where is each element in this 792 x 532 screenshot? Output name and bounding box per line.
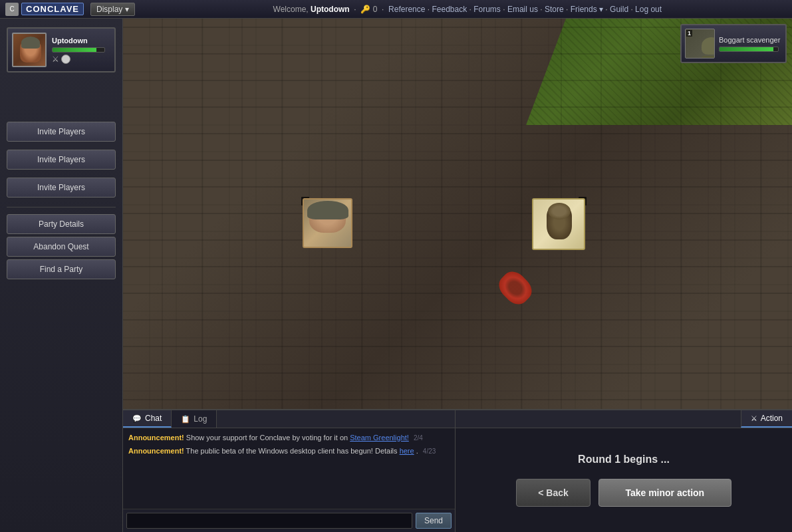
nav-forums[interactable]: Forums: [473, 5, 501, 14]
creature-torso: [701, 56, 715, 59]
action-tab-label: Action: [761, 414, 783, 423]
chat-message-2: Announcement! The public beta of the Win…: [128, 446, 450, 457]
nav-email[interactable]: Email us: [507, 5, 538, 14]
back-button[interactable]: < Back: [516, 479, 591, 507]
invite-section-3: Invite Players: [7, 178, 116, 200]
round-text: Round 1 begins ...: [578, 454, 670, 466]
action-content: Round 1 begins ... < Back Take minor act…: [456, 428, 792, 532]
chat-tab[interactable]: 💬 Chat: [123, 410, 172, 428]
sidebar: Uptodown ⚔ Invite Players Invite Players…: [0, 19, 123, 532]
invite-players-button-3[interactable]: Invite Players: [7, 178, 116, 198]
action-area: ⚔ Action Round 1 begins ... < Back Take …: [456, 410, 792, 532]
chat-tab-label: Chat: [145, 414, 162, 423]
chat-tabs: 💬 Chat 📋 Log: [123, 410, 455, 428]
player-hp-bar: [52, 47, 105, 53]
enemy-sprite-image: [532, 198, 585, 250]
announcement-label-1: Announcement!: [128, 434, 184, 442]
announcement-label-2: Announcement!: [128, 447, 184, 455]
send-button[interactable]: Send: [416, 513, 452, 529]
action-tab-icon: ⚔: [751, 414, 757, 423]
nav-friends[interactable]: Friends ▾: [571, 5, 603, 14]
timestamp-1: 2/4: [414, 434, 423, 442]
party-details-button[interactable]: Party Details: [7, 214, 116, 234]
nav-guild[interactable]: Guild: [610, 5, 628, 14]
display-button[interactable]: Display ▾: [90, 3, 135, 16]
game-map[interactable]: 1 Boggart scavenger 1 1: [123, 19, 792, 532]
player-hp-fill: [53, 48, 96, 52]
player-name: Uptodown: [52, 37, 110, 45]
logo-text: CONCLAVE: [21, 3, 84, 15]
player-sprite-image: [303, 198, 352, 248]
currency-amount: 0: [373, 5, 378, 14]
steam-link[interactable]: Steam Greenlight!: [350, 434, 409, 442]
log-tab-icon: 📋: [181, 415, 190, 424]
chat-input-row: Send: [123, 509, 455, 532]
player-sprite[interactable]: 1: [303, 198, 352, 251]
log-tab[interactable]: 📋 Log: [172, 410, 217, 428]
action-buttons: < Back Take minor action: [516, 479, 731, 507]
player-avatar: [12, 33, 47, 67]
sidebar-divider: [7, 207, 116, 207]
announcement-text-1: Show your support for Conclave by voting…: [186, 434, 350, 442]
logo: C CONCLAVE: [5, 3, 84, 16]
chat-messages: Announcement! Show your support for Conc…: [123, 428, 455, 509]
party-section: Party Details Abandon Quest Find a Party: [7, 214, 116, 282]
chat-area: 💬 Chat 📋 Log Announcement! Show your sup…: [123, 410, 456, 532]
dead-creature: [499, 275, 532, 301]
enemy-hp-fill: [720, 47, 773, 51]
details-link[interactable]: here: [400, 447, 414, 455]
nav-store[interactable]: Store: [545, 5, 564, 14]
moon-icon: [61, 55, 70, 64]
player-info: Uptodown ⚔: [52, 37, 110, 64]
invite-players-button-1[interactable]: Invite Players: [7, 122, 116, 142]
action-tab[interactable]: ⚔ Action: [741, 410, 792, 428]
invite-section-2: Invite Players: [7, 150, 116, 172]
action-tab-bar: ⚔ Action: [456, 410, 792, 428]
enemy-hp-bar: [719, 47, 779, 52]
enemy-info: Boggart scavenger: [719, 36, 782, 52]
enemy-name: Boggart scavenger: [719, 36, 782, 44]
username-label: Uptodown: [311, 5, 350, 14]
chat-tab-icon: 💬: [132, 414, 142, 423]
welcome-text: Welcome, Uptodown · 🔑 0 · Reference · Fe…: [148, 5, 787, 14]
sword-icon: ⚔: [52, 55, 59, 64]
creature-body: [698, 37, 715, 59]
creature-head: [702, 37, 715, 55]
find-party-button[interactable]: Find a Party: [7, 259, 116, 279]
enemy-avatar: 1: [685, 29, 715, 59]
take-minor-action-button[interactable]: Take minor action: [598, 479, 731, 507]
currency-icon: 🔑: [360, 5, 370, 14]
main-layout: Uptodown ⚔ Invite Players Invite Players…: [0, 19, 792, 532]
abandon-quest-button[interactable]: Abandon Quest: [7, 237, 116, 257]
chat-input[interactable]: [126, 513, 412, 529]
player-status-icons: ⚔: [52, 55, 110, 64]
nav-logout[interactable]: Log out: [635, 5, 662, 14]
announcement-text-2: The public beta of the Windows desktop c…: [186, 447, 400, 455]
player-portrait: Uptodown ⚔: [7, 27, 116, 72]
invite-section-1: Invite Players: [7, 122, 116, 144]
period: .: [416, 447, 418, 455]
log-tab-label: Log: [194, 414, 207, 424]
chat-message-1: Announcement! Show your support for Conc…: [128, 432, 450, 444]
bottom-panel: 💬 Chat 📋 Log Announcement! Show your sup…: [123, 409, 792, 532]
invite-players-button-2[interactable]: Invite Players: [7, 150, 116, 170]
timestamp-2: 4/23: [423, 448, 436, 455]
enemy-sprite[interactable]: 1: [532, 198, 585, 251]
nav-reference[interactable]: Reference: [388, 5, 425, 14]
nav-feedback[interactable]: Feedback: [432, 5, 467, 14]
enemy-portrait: 1 Boggart scavenger: [680, 24, 787, 63]
logo-icon: C: [5, 3, 19, 16]
topbar: C CONCLAVE Display ▾ Welcome, Uptodown ·…: [0, 0, 792, 19]
enemy-level-badge: 1: [686, 30, 692, 37]
